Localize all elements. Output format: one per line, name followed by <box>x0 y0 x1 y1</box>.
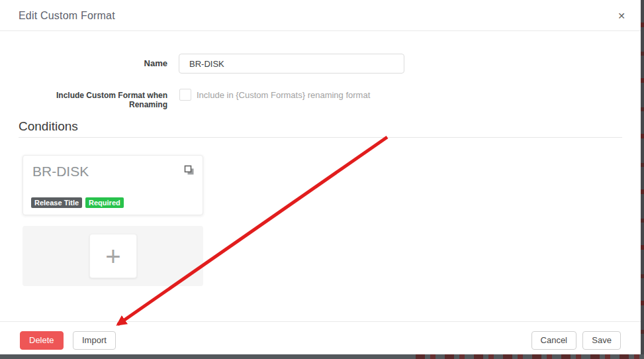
cancel-button[interactable]: Cancel <box>531 331 576 350</box>
include-renaming-help: Include in {Custom Formats} renaming for… <box>197 90 370 100</box>
tag-release-title: Release Title <box>31 197 82 208</box>
include-renaming-checkbox[interactable] <box>179 89 191 101</box>
clone-icon[interactable] <box>184 165 195 176</box>
background-page-content <box>416 354 641 359</box>
close-icon[interactable]: ✕ <box>616 10 627 22</box>
name-field-label: Name <box>19 54 167 74</box>
conditions-divider <box>19 137 622 138</box>
background-page-edge-bottom <box>0 354 644 359</box>
plus-icon: + <box>105 242 120 271</box>
modal-title: Edit Custom Format <box>19 0 115 31</box>
save-button[interactable]: Save <box>582 331 621 350</box>
delete-button[interactable]: Delete <box>20 331 64 350</box>
condition-title: BR-DISK <box>32 164 89 180</box>
conditions-heading: Conditions <box>19 119 78 134</box>
condition-tags: Release Title Required <box>31 197 124 208</box>
tag-required: Required <box>85 197 124 208</box>
edit-custom-format-modal: Edit Custom Format ✕ Name Include Custom… <box>0 0 641 354</box>
background-page-edge-right <box>641 0 644 359</box>
add-condition-button[interactable]: + <box>89 234 137 278</box>
import-button[interactable]: Import <box>73 331 116 350</box>
name-input[interactable] <box>179 54 404 74</box>
modal-footer: Delete Import Cancel Save <box>0 321 641 354</box>
condition-card[interactable]: BR-DISK Release Title Required <box>23 155 203 215</box>
include-renaming-label: Include Custom Format when Renaming <box>19 91 167 109</box>
modal-header: Edit Custom Format ✕ <box>0 0 641 31</box>
add-condition-card: + <box>23 226 203 286</box>
